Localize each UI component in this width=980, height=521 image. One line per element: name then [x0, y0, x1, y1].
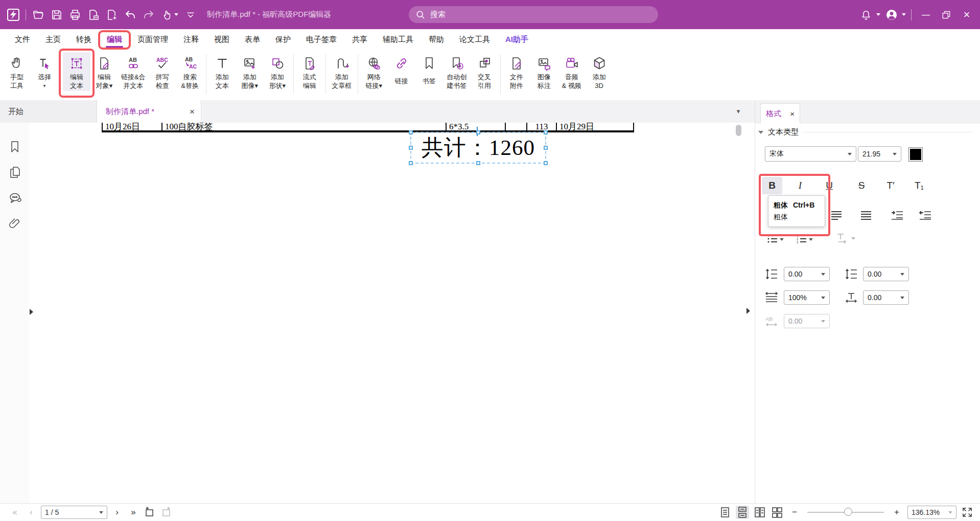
sidebar-attachments-button[interactable]: [8, 217, 21, 230]
bookmark-button[interactable]: 书签: [415, 52, 443, 86]
global-search-input[interactable]: 搜索: [409, 6, 658, 23]
close-tab-icon[interactable]: ×: [190, 107, 195, 117]
redo-icon[interactable]: [139, 6, 158, 24]
subscript-button[interactable]: T₁: [909, 177, 929, 194]
facing-continuous-view-button[interactable]: [771, 506, 784, 519]
menu-form[interactable]: 表单: [237, 31, 268, 48]
edit-text-button[interactable]: 编辑 文本: [63, 52, 90, 91]
tab-start[interactable]: 开始: [0, 100, 97, 123]
expand-right-panel-handle[interactable]: [746, 308, 750, 314]
menu-convert[interactable]: 转换: [68, 31, 99, 48]
continuous-page-view-button[interactable]: [736, 506, 749, 519]
menu-esign[interactable]: 电子签章: [298, 31, 344, 48]
image-annotation-button[interactable]: 图像 标注: [530, 52, 558, 91]
resize-handle-ne[interactable]: [544, 130, 548, 134]
menu-edit[interactable]: 编辑: [99, 31, 130, 48]
page-add-icon[interactable]: [103, 6, 121, 24]
resize-handle-e[interactable]: [544, 146, 548, 150]
previous-view-button[interactable]: [143, 506, 156, 519]
caret-down-icon[interactable]: [902, 13, 906, 16]
select-tool-button[interactable]: 选择 ▾: [31, 52, 58, 91]
link-join-text-button[interactable]: AB 链接&合 并文本: [118, 52, 149, 91]
web-link-button[interactable]: 网络 链接▾: [360, 52, 388, 91]
next-view-button[interactable]: [159, 506, 173, 519]
increase-indent-button[interactable]: [891, 211, 903, 220]
close-button[interactable]: ×: [958, 6, 976, 24]
spell-check-button[interactable]: ABC 拼写 检查: [149, 52, 176, 91]
decrease-indent-button[interactable]: [919, 211, 931, 220]
add-3d-button[interactable]: 添加 3D: [586, 52, 613, 91]
horizontal-scale-select[interactable]: 100%: [784, 290, 830, 305]
account-avatar[interactable]: [882, 6, 901, 24]
bullet-list-button[interactable]: [767, 234, 778, 243]
expand-left-panel-handle[interactable]: [30, 309, 33, 315]
menu-view[interactable]: 视图: [206, 31, 237, 48]
format-panel-tab[interactable]: 格式 ×: [760, 103, 800, 123]
caret-down-icon[interactable]: [876, 13, 880, 16]
collapse-toolbar-icon[interactable]: [181, 6, 200, 24]
zoom-slider-thumb[interactable]: [844, 508, 852, 516]
resize-handle-n[interactable]: [476, 130, 480, 134]
menu-file[interactable]: 文件: [7, 31, 38, 48]
zoom-slider[interactable]: [807, 512, 884, 513]
pdf-canvas[interactable]: 10月26日 100自胶标签 6*3.5 113 10月29日 共计：1260: [29, 123, 755, 503]
previous-page-button[interactable]: ‹: [25, 507, 38, 517]
add-image-button[interactable]: 添加 图像▾: [236, 52, 264, 91]
selected-text[interactable]: 共计：1260: [411, 133, 545, 163]
resize-handle-se[interactable]: [544, 161, 548, 165]
save-icon[interactable]: [48, 6, 66, 24]
flow-edit-button[interactable]: 流式 编辑: [296, 52, 323, 91]
strikethrough-button[interactable]: S: [851, 177, 872, 194]
resize-handle-s[interactable]: [476, 161, 480, 165]
cross-reference-button[interactable]: 交叉 引用: [471, 52, 498, 91]
zoom-level-select[interactable]: 136.13%: [907, 506, 956, 519]
notifications-bell-icon[interactable]: [857, 6, 875, 24]
menu-protect[interactable]: 保护: [268, 31, 298, 48]
align-justify-button[interactable]: [860, 211, 872, 220]
restore-button[interactable]: [937, 6, 955, 24]
file-attachment-button[interactable]: 文件 附件: [503, 52, 530, 91]
add-article-box-button[interactable]: 添加 文章框: [328, 52, 356, 91]
text-type-section-header[interactable]: 文本类型: [758, 127, 799, 137]
page-number-select[interactable]: 1 / 5: [41, 506, 107, 519]
text-direction-button[interactable]: [835, 232, 849, 244]
resize-handle-w[interactable]: [409, 146, 413, 150]
search-replace-button[interactable]: ABAC 搜索 &替换: [176, 52, 204, 91]
menu-page-management[interactable]: 页面管理: [130, 31, 176, 48]
first-page-button[interactable]: «: [8, 507, 21, 517]
hand-tool-button[interactable]: 手型 工具: [3, 52, 31, 91]
add-text-button[interactable]: 添加 文本: [208, 52, 236, 91]
link-button[interactable]: 链接: [388, 52, 415, 86]
add-shape-button[interactable]: 添加 形状▾: [264, 52, 291, 91]
font-family-select[interactable]: 宋体: [765, 146, 856, 162]
undo-icon[interactable]: [121, 6, 139, 24]
menu-ai-assistant[interactable]: AI助手: [498, 31, 536, 48]
zoom-out-button[interactable]: −: [788, 507, 801, 517]
resize-handle-nw[interactable]: [409, 130, 413, 134]
text-direction-dropdown[interactable]: [851, 237, 855, 240]
fullscreen-button[interactable]: [961, 506, 974, 519]
bullet-list-dropdown[interactable]: [780, 238, 784, 241]
selected-text-box[interactable]: 共计：1260: [410, 132, 546, 164]
menu-share[interactable]: 共享: [344, 31, 375, 48]
menu-accessibility[interactable]: 辅助工具: [375, 31, 421, 48]
line-spacing-select[interactable]: 0.00: [784, 267, 830, 281]
tab-document-active[interactable]: 制作清单.pdf * ×: [97, 100, 201, 123]
open-file-icon[interactable]: [29, 6, 48, 24]
sidebar-bookmarks-button[interactable]: [8, 140, 21, 153]
numbered-list-dropdown[interactable]: [809, 238, 813, 241]
edit-object-button[interactable]: 编辑 对象▾: [90, 52, 118, 91]
single-page-view-button[interactable]: [718, 506, 732, 519]
resize-handle-sw[interactable]: [409, 161, 413, 165]
sidebar-comments-button[interactable]: [8, 191, 21, 205]
font-size-select[interactable]: 21.95: [858, 146, 901, 162]
italic-button[interactable]: I: [790, 177, 810, 194]
menu-comment[interactable]: 注释: [176, 31, 206, 48]
paragraph-spacing-select[interactable]: 0.00: [863, 267, 909, 281]
next-page-button[interactable]: ›: [110, 507, 124, 517]
minimize-button[interactable]: —: [917, 6, 935, 24]
zoom-in-button[interactable]: +: [890, 507, 903, 517]
align-justify-left-button[interactable]: [831, 211, 842, 220]
last-page-button[interactable]: »: [127, 507, 140, 517]
menu-paper-tools[interactable]: 论文工具: [452, 31, 498, 48]
